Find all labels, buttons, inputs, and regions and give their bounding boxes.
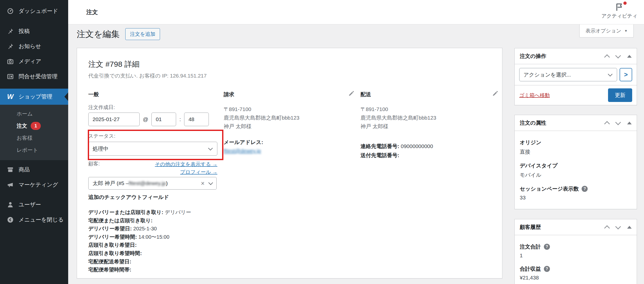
order-billing-column: 請求 〒891-7100 鹿児島県大島郡徳之島町bbb123 神戸 太郎様 メー… xyxy=(224,91,354,98)
clear-selection-icon[interactable]: × xyxy=(201,180,209,187)
flag-icon xyxy=(614,3,625,12)
collapse-menu-icon xyxy=(7,216,14,224)
sidebar-item-users[interactable]: ユーザー xyxy=(0,197,68,212)
contact-phone-line: 連絡先電話番号:09000000000 xyxy=(360,143,433,150)
move-down-icon[interactable] xyxy=(615,53,621,59)
sidebar-item-news[interactable]: お知らせ xyxy=(0,39,68,54)
orders-count-badge: 1 xyxy=(31,122,41,130)
customer-label: 顧客: xyxy=(88,160,100,176)
move-down-icon[interactable] xyxy=(615,120,621,125)
collapse-toggle-icon[interactable] xyxy=(627,55,632,58)
billing-heading: 請求 xyxy=(224,91,354,98)
sidebar-item-label: メディア xyxy=(19,58,41,65)
customer-history-panel: 顧客履歴 注文合計 ? 1 合計収益 ? ¥21,438 xyxy=(514,219,637,284)
order-general-column: 一般 注文作成日: 2025-01-27 @ 01 : 48 ステータス: 処理… xyxy=(88,91,219,98)
checkout-fields-list: デリバリーまたは店頭引き取り:デリバリー 宅配便または店頭引き取り: デリバリー… xyxy=(88,208,191,274)
sidebar-subitem-reports[interactable]: レポート xyxy=(0,144,68,156)
user-icon xyxy=(7,201,14,208)
panel-title: 顧客履歴 xyxy=(520,224,541,231)
history-row: 合計収益 ? ¥21,438 xyxy=(520,265,632,281)
sidebar-item-posts[interactable]: 投稿 xyxy=(0,24,68,39)
move-to-trash-link[interactable]: ゴミ箱へ移動 xyxy=(519,92,550,99)
apply-action-button[interactable]: > xyxy=(620,68,632,81)
box-icon xyxy=(7,166,14,173)
w-logo-icon: W xyxy=(7,93,14,100)
sidebar-item-label: お知らせ xyxy=(19,43,41,50)
order-status-select[interactable]: 処理中 xyxy=(88,142,217,156)
edit-billing-pencil-icon[interactable] xyxy=(348,90,354,97)
email-label: メールアドレス: xyxy=(224,139,263,146)
caret-down-icon: ▼ xyxy=(624,29,628,33)
attribute-row: オリジン 直接 xyxy=(520,139,632,155)
order-date-label: 注文作成日: xyxy=(88,104,115,111)
order-hour-input[interactable]: 01 xyxy=(151,113,176,126)
notification-dot xyxy=(623,2,627,5)
general-heading: 一般 xyxy=(88,91,219,98)
time-separator: : xyxy=(179,116,181,122)
page-context-title: 注文 xyxy=(86,0,98,24)
screen-options-button[interactable]: 表示オプション ▼ xyxy=(579,24,634,38)
order-minute-input[interactable]: 48 xyxy=(184,113,209,126)
move-down-icon[interactable] xyxy=(615,224,621,230)
shop-admin-submenu: ホーム 注文 1 お客様 レポート xyxy=(0,105,68,160)
pin-icon xyxy=(7,43,14,50)
view-other-orders-link[interactable]: その他の注文を表示する → xyxy=(155,160,217,168)
attribute-row: デバイスタイプ モバイル xyxy=(520,162,632,179)
checkout-fields-heading: 追加のチェックアウトフィールド xyxy=(88,194,169,201)
order-attributes-panel: 注文の属性 オリジン 直接 デバイスタイプ モバイル セッションページ表示数 ?… xyxy=(514,115,637,209)
order-date-input[interactable]: 2025-01-27 xyxy=(88,113,140,126)
help-icon[interactable]: ? xyxy=(544,266,550,272)
sidebar-subitem-customers[interactable]: お客様 xyxy=(0,132,68,144)
sidebar-item-label: ショップ管理 xyxy=(19,93,52,100)
sidebar-item-media[interactable]: メディア xyxy=(0,54,68,69)
sidebar-item-collapse-menu[interactable]: メニューを閉じる xyxy=(0,212,68,227)
chevron-down-icon xyxy=(208,180,213,185)
shipping-phone-line: 送付先電話番号: xyxy=(360,152,401,159)
sidebar-item-label: ダッシュボード xyxy=(19,7,58,15)
redacted-email: fttest@dewey.jp xyxy=(129,180,166,186)
move-up-icon[interactable] xyxy=(604,225,610,231)
dashboard-icon xyxy=(7,7,14,15)
help-icon[interactable]: ? xyxy=(544,244,550,250)
edit-shipping-pencil-icon[interactable] xyxy=(492,90,498,97)
help-icon[interactable]: ? xyxy=(582,186,588,192)
activity-panel-toggle[interactable]: アクティビティ xyxy=(601,3,637,19)
chevron-down-icon xyxy=(608,72,612,76)
sidebar-item-marketing[interactable]: マーケティング xyxy=(0,177,68,192)
collapse-toggle-icon[interactable] xyxy=(627,122,632,124)
history-row: 注文合計 ? 1 xyxy=(520,243,632,259)
sidebar-item-shop-admin[interactable]: W ショップ管理 xyxy=(0,89,68,105)
order-title: 注文 #798 詳細 xyxy=(88,59,139,69)
form-icon xyxy=(7,73,14,80)
megaphone-icon xyxy=(7,181,14,189)
sidebar-item-products[interactable]: 商品 xyxy=(0,162,68,177)
sidebar-item-inquiries[interactable]: 問合せ受信管理 xyxy=(0,69,68,84)
top-bar: 注文 アクティビティ xyxy=(68,0,644,24)
profile-link[interactable]: プロフィール → xyxy=(155,168,217,176)
shipping-heading: 配送 xyxy=(360,91,498,98)
order-shipping-column: 配送 〒891-7100 鹿児島県大島郡徳之島町bbb123 神戸 太郎様 連絡… xyxy=(360,91,498,98)
billing-email-link[interactable]: fttest@dewey.jp xyxy=(224,148,261,154)
move-up-icon[interactable] xyxy=(604,54,610,60)
order-actions-panel: 注文の操作 アクションを選択... > ゴミ箱へ移動 更新 xyxy=(514,48,637,105)
customer-select[interactable]: 太郎 神戸 (#5 – fttest@dewey.jp) × xyxy=(88,177,217,190)
page-title: 注文を編集 xyxy=(77,28,120,40)
add-order-button[interactable]: 注文を追加 xyxy=(125,28,160,40)
at-separator: @ xyxy=(143,116,148,122)
move-up-icon[interactable] xyxy=(604,121,610,127)
update-button[interactable]: 更新 xyxy=(608,88,632,102)
billing-address: 〒891-7100 鹿児島県大島郡徳之島町bbb123 神戸 太郎様 xyxy=(224,105,299,131)
sidebar-item-label: マーケティング xyxy=(19,181,58,189)
sidebar-item-label: 問合せ受信管理 xyxy=(19,73,58,80)
sidebar-item-label: 商品 xyxy=(19,166,30,173)
pin-icon xyxy=(7,27,14,35)
attribute-row: セッションページ表示数 ? 33 xyxy=(520,185,632,201)
shipping-address: 〒891-7100 鹿児島県大島郡徳之島町bbb123 神戸 太郎様 xyxy=(360,105,436,131)
order-action-select[interactable]: アクションを選択... xyxy=(519,68,617,81)
sidebar-item-label: 投稿 xyxy=(19,27,30,35)
sidebar-item-dashboard[interactable]: ダッシュボード xyxy=(0,4,68,19)
sidebar-subitem-home[interactable]: ホーム xyxy=(0,108,68,120)
collapse-toggle-icon[interactable] xyxy=(627,226,632,229)
status-label: ステータス: xyxy=(88,133,115,139)
sidebar-subitem-orders[interactable]: 注文 1 xyxy=(0,120,68,132)
